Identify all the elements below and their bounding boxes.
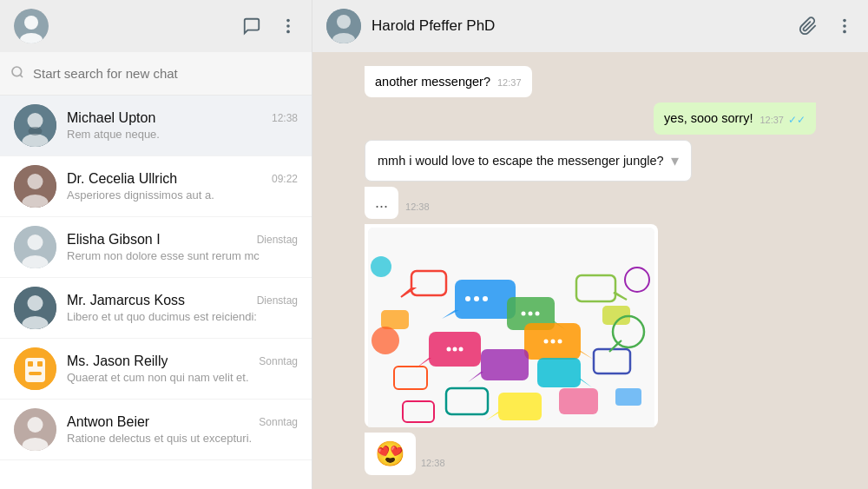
contact-avatar[interactable] xyxy=(326,9,361,43)
chat-name: Michael Upton xyxy=(67,110,155,126)
svg-point-58 xyxy=(474,296,479,301)
right-header-left: Harold Pfeffer PhD xyxy=(326,9,495,43)
svg-point-31 xyxy=(843,19,846,23)
chat-preview: Quaerat et cum non qui nam velit et. xyxy=(67,371,298,384)
chat-preview: Rerum non dolore esse sunt rerum mc xyxy=(67,249,298,262)
menu-icon[interactable] xyxy=(279,17,298,36)
svg-rect-43 xyxy=(481,349,529,380)
list-item[interactable]: Mr. Jamarcus Koss Dienstag Libero et ut … xyxy=(0,278,312,339)
svg-point-10 xyxy=(29,127,43,135)
svg-rect-22 xyxy=(28,361,33,367)
chat-name: Ms. Jason Reilly xyxy=(67,354,168,369)
avatar xyxy=(14,347,56,390)
attachment-icon[interactable] xyxy=(799,17,818,36)
chat-time: 12:38 xyxy=(272,112,298,124)
message-bubble: yes, sooo sorry! 12:37 ✓✓ xyxy=(654,102,816,135)
list-item[interactable]: Ms. Jason Reilly Sonntag Quaerat et cum … xyxy=(0,339,312,400)
svg-point-1 xyxy=(24,16,38,30)
right-panel: Harold Pfeffer PhD another messenger? 12… xyxy=(312,0,868,489)
avatar xyxy=(14,165,56,208)
svg-point-26 xyxy=(28,417,43,433)
search-input[interactable] xyxy=(33,66,301,81)
svg-point-75 xyxy=(372,327,399,354)
svg-point-29 xyxy=(337,15,351,29)
svg-point-68 xyxy=(558,340,562,344)
dots-time: 12:38 xyxy=(405,202,430,212)
avatar xyxy=(14,104,56,147)
left-header-left xyxy=(14,9,49,43)
left-header-icons xyxy=(242,17,298,36)
svg-point-8 xyxy=(28,113,43,129)
dots-message: ... xyxy=(365,187,398,219)
svg-point-57 xyxy=(465,296,470,301)
chat-preview: Ratione delectus et quis ut excepturi. xyxy=(67,432,298,445)
compose-icon[interactable] xyxy=(242,17,261,36)
read-ticks: ✓✓ xyxy=(788,114,806,126)
chat-name: Elisha Gibson I xyxy=(67,232,161,248)
chat-info: Mr. Jamarcus Koss Dienstag Libero et ut … xyxy=(67,293,298,323)
message-text: yes, sooo sorry! xyxy=(664,111,753,125)
svg-point-59 xyxy=(483,296,488,301)
svg-rect-45 xyxy=(537,358,581,387)
svg-point-6 xyxy=(12,67,22,76)
search-bar xyxy=(0,52,312,96)
svg-point-33 xyxy=(843,30,846,34)
list-item[interactable]: Elisha Gibson I Dienstag Rerum non dolor… xyxy=(0,217,312,278)
chat-name: Mr. Jamarcus Koss xyxy=(67,293,185,308)
message-text: mmh i would love to escape the messenger… xyxy=(378,154,664,168)
svg-point-77 xyxy=(371,256,391,277)
emoji-message: 😍 xyxy=(365,433,416,475)
message-text: another messenger? xyxy=(375,75,490,89)
svg-point-67 xyxy=(551,340,556,344)
chat-preview: Asperiores dignissimos aut a. xyxy=(67,188,298,202)
my-avatar[interactable] xyxy=(14,9,49,43)
chat-time: Dienstag xyxy=(257,234,298,246)
dots-text: ... xyxy=(375,194,388,212)
avatar xyxy=(14,287,56,329)
list-item[interactable]: Dr. Cecelia Ullrich 09:22 Asperiores dig… xyxy=(0,156,312,217)
chat-name: Antwon Beier xyxy=(67,414,149,430)
svg-rect-70 xyxy=(381,310,409,329)
message-bubble: another messenger? 12:37 xyxy=(365,66,532,97)
left-panel: Michael Upton 12:38 Rem atque neque. Dr.… xyxy=(0,0,312,489)
chat-info: Michael Upton 12:38 Rem atque neque. xyxy=(67,110,298,141)
emoji-row: 😍 12:38 xyxy=(365,433,445,475)
chat-info: Dr. Cecelia Ullrich 09:22 Asperiores dig… xyxy=(67,171,298,202)
svg-point-62 xyxy=(536,312,540,316)
svg-rect-56 xyxy=(559,388,598,414)
dropdown-message: mmh i would love to escape the messenger… xyxy=(365,140,692,182)
chat-time: Dienstag xyxy=(257,294,298,307)
list-item[interactable]: Michael Upton 12:38 Rem atque neque. xyxy=(0,96,312,156)
svg-point-32 xyxy=(843,24,846,28)
svg-point-60 xyxy=(522,312,526,316)
svg-point-65 xyxy=(459,347,464,352)
chat-time: Sonntag xyxy=(259,355,298,367)
image-message: 12:38 xyxy=(365,224,658,427)
chat-list: Michael Upton 12:38 Rem atque neque. Dr.… xyxy=(0,96,312,489)
svg-point-3 xyxy=(286,19,290,23)
chat-preview: Libero et ut quo ducimus est reiciendi: xyxy=(67,310,298,323)
svg-rect-24 xyxy=(29,372,42,375)
image-content: 12:38 xyxy=(368,228,654,427)
chat-info: Ms. Jason Reilly Sonntag Quaerat et cum … xyxy=(67,354,298,384)
avatar xyxy=(14,226,56,268)
right-header: Harold Pfeffer PhD xyxy=(312,0,868,52)
list-item[interactable]: Antwon Beier Sonntag Ratione delectus et… xyxy=(0,400,312,460)
svg-point-15 xyxy=(28,235,43,250)
chat-time: 09:22 xyxy=(272,173,298,185)
svg-point-61 xyxy=(529,312,533,316)
emoji-time: 12:38 xyxy=(421,458,445,468)
message-time: 12:37 ✓✓ xyxy=(760,113,806,128)
right-header-icons xyxy=(799,17,854,36)
svg-point-66 xyxy=(544,340,549,344)
emoji-text: 😍 xyxy=(375,439,405,468)
chat-info: Antwon Beier Sonntag Ratione delectus et… xyxy=(67,414,298,445)
svg-point-5 xyxy=(286,30,290,34)
contact-name: Harold Pfeffer PhD xyxy=(372,17,495,35)
right-menu-icon[interactable] xyxy=(835,17,854,36)
svg-rect-72 xyxy=(615,388,641,406)
svg-point-63 xyxy=(447,347,451,352)
avatar xyxy=(14,408,56,451)
svg-rect-53 xyxy=(498,393,542,420)
left-header xyxy=(0,0,312,52)
